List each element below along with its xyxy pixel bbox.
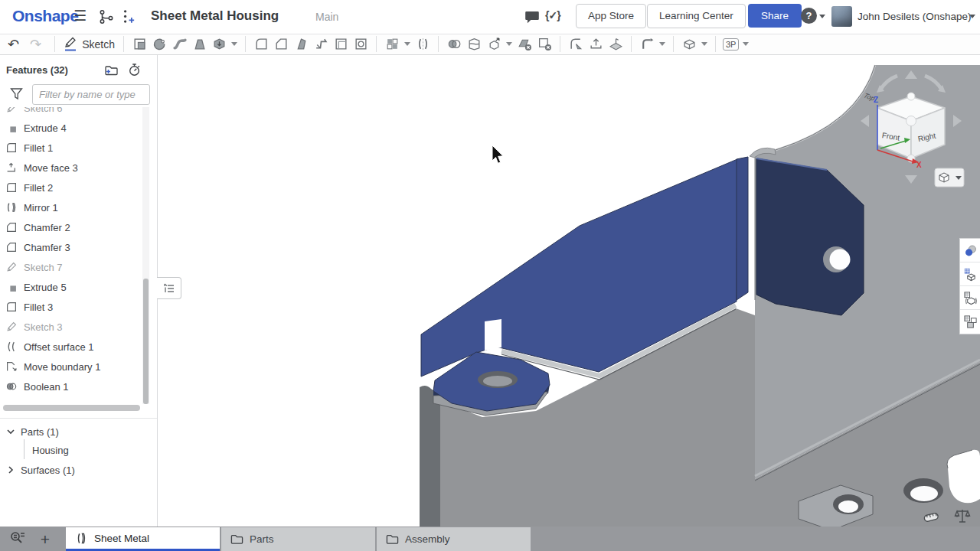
- add-tab-button[interactable]: +: [37, 530, 54, 549]
- linear-pattern-tool[interactable]: [382, 35, 402, 54]
- shaded-view-icon: [939, 173, 949, 182]
- boss-hole: [838, 500, 858, 513]
- feature-item[interactable]: Mirror 1: [0, 197, 142, 217]
- chevron-down-icon[interactable]: [6, 427, 15, 436]
- pattern-dropdown[interactable]: [402, 35, 413, 54]
- feature-item[interactable]: Fillet 2: [0, 178, 142, 197]
- flange-dropdown[interactable]: [657, 35, 668, 54]
- app-store-button[interactable]: App Store: [576, 4, 646, 28]
- feature-script-icon[interactable]: {✓}: [545, 9, 560, 21]
- feature-item[interactable]: Offset surface 1: [0, 337, 142, 357]
- feature-list: Sketch 6Extrude 4Fillet 1Move face 3Fill…: [0, 107, 142, 404]
- appearance-panel-button[interactable]: [960, 239, 980, 262]
- export-flat-tool[interactable]: [586, 35, 606, 54]
- avatar[interactable]: [831, 6, 852, 27]
- filter-input[interactable]: [32, 84, 150, 105]
- transform-dropdown[interactable]: [504, 35, 514, 54]
- sketch-button[interactable]: Sketch: [64, 37, 115, 52]
- measure-icon[interactable]: [922, 507, 940, 526]
- feature-item[interactable]: Extrude 5: [0, 277, 142, 297]
- three-point-tool[interactable]: 3P: [721, 35, 740, 54]
- revolve-tool[interactable]: [149, 35, 169, 54]
- document-title[interactable]: Sheet Metal Housing: [151, 8, 279, 24]
- sep: [631, 36, 632, 52]
- manage-tabs-icon[interactable]: [9, 530, 26, 547]
- boolean-tool[interactable]: [444, 35, 464, 54]
- redo-button[interactable]: ↷: [30, 37, 41, 51]
- rollback-bar-handle[interactable]: [157, 277, 181, 299]
- loft-tool[interactable]: [189, 35, 209, 54]
- insert-version-icon[interactable]: [120, 8, 137, 25]
- named-views-panel-button[interactable]: [960, 262, 980, 286]
- chevron-right-icon[interactable]: [6, 465, 15, 474]
- cube-corner[interactable]: [907, 93, 915, 100]
- configurations-panel-button[interactable]: [960, 310, 980, 334]
- branch-name[interactable]: Main: [315, 11, 338, 23]
- filter-icon[interactable]: [10, 87, 23, 100]
- rollback-history-icon[interactable]: [127, 62, 142, 77]
- tab-parts[interactable]: Parts: [221, 527, 375, 551]
- feature-item[interactable]: Move boundary 1: [0, 357, 142, 377]
- flange-return-strip[interactable]: [737, 157, 748, 300]
- fillet-tool[interactable]: [251, 35, 271, 54]
- extrude-tool[interactable]: [129, 35, 149, 54]
- surfaces-section-header[interactable]: Surfaces (1): [0, 461, 157, 479]
- user-dropdown-caret[interactable]: [969, 15, 975, 18]
- feature-item[interactable]: Sketch 7: [0, 257, 142, 277]
- sweep-tool[interactable]: [169, 35, 189, 54]
- share-button[interactable]: Share: [748, 4, 802, 28]
- tab-assembly[interactable]: Assembly: [377, 527, 531, 551]
- parts-section-header[interactable]: Parts (1): [0, 422, 157, 441]
- housing-left-edge-face[interactable]: [420, 386, 440, 527]
- section-view-panel-button[interactable]: [960, 286, 980, 310]
- feature-item[interactable]: Fillet 3: [0, 297, 142, 317]
- vertical-scrollbar-thumb[interactable]: [143, 279, 149, 404]
- sheet-metal-dropdown[interactable]: [699, 35, 710, 54]
- undo-button[interactable]: ↶: [8, 37, 19, 51]
- version-tree-icon[interactable]: [98, 8, 115, 25]
- split-tool[interactable]: [464, 35, 484, 54]
- modify-fillet-tool[interactable]: [566, 35, 586, 54]
- feature-item[interactable]: Extrude 4: [0, 118, 142, 138]
- onshape-logo[interactable]: Onshape: [12, 7, 78, 25]
- delete-face-tool[interactable]: [514, 35, 534, 54]
- rib-tool[interactable]: [311, 35, 331, 54]
- flatten-sheet-tool[interactable]: [606, 35, 626, 54]
- shell-tool[interactable]: [331, 35, 351, 54]
- feature-item[interactable]: Fillet 1: [0, 138, 142, 158]
- chamfer-tool[interactable]: [271, 35, 291, 54]
- mass-properties-icon[interactable]: [953, 507, 972, 526]
- view-options-button[interactable]: [935, 168, 964, 187]
- hole-tool[interactable]: [351, 35, 371, 54]
- sheet-metal-model-tool[interactable]: [679, 35, 699, 54]
- horizontal-scrollbar[interactable]: [3, 405, 140, 411]
- edge-hole: [910, 486, 938, 501]
- cube-corner[interactable]: [906, 116, 916, 126]
- help-dropdown-caret[interactable]: [819, 15, 825, 18]
- three-point-dropdown[interactable]: [740, 35, 751, 54]
- transform-tool[interactable]: [484, 35, 504, 54]
- feature-item[interactable]: Move face 3: [0, 158, 142, 178]
- help-button[interactable]: ?: [801, 8, 817, 24]
- part-item-housing[interactable]: Housing: [0, 441, 189, 459]
- feature-item[interactable]: Chamfer 3: [0, 237, 142, 257]
- thicken-dropdown[interactable]: [229, 35, 240, 54]
- feature-item[interactable]: Sketch 6: [0, 107, 142, 118]
- main-menu-icon[interactable]: ☰: [74, 7, 87, 24]
- parts-header-label: Parts (1): [21, 426, 59, 438]
- learning-center-button[interactable]: Learning Center: [647, 4, 746, 28]
- sep: [715, 36, 716, 52]
- new-folder-icon[interactable]: [104, 63, 119, 77]
- feature-item[interactable]: Boolean 1: [0, 377, 142, 396]
- delete-part-tool[interactable]: [534, 35, 554, 54]
- tab-sheet-metal[interactable]: Sheet Metal: [66, 527, 220, 551]
- draft-tool[interactable]: [291, 35, 311, 54]
- comment-icon[interactable]: [524, 9, 541, 26]
- graphics-area[interactable]: Top Front Right Z X: [157, 55, 980, 527]
- feature-item[interactable]: Sketch 3: [0, 317, 142, 337]
- thicken-tool[interactable]: [209, 35, 229, 54]
- mirror-tool[interactable]: [413, 35, 433, 54]
- feature-item[interactable]: Chamfer 2: [0, 217, 142, 237]
- user-menu[interactable]: John Desilets (Onshape): [858, 11, 972, 22]
- sheet-metal-flange-tool[interactable]: [637, 35, 657, 54]
